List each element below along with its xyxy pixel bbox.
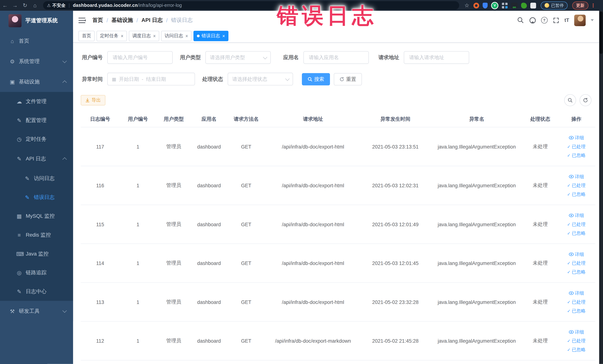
mark-processed-link[interactable]: ✓ 已处理 <box>567 182 586 188</box>
browser-reload-button[interactable]: ↻ <box>20 2 30 8</box>
request-url-input[interactable] <box>404 51 469 64</box>
filter-row-2: 异常时间 ▦ 开始日期 - 结束日期 处理状态 请选择处理状态 搜索 <box>81 73 591 85</box>
sidebar-item-infra[interactable]: ▣ 基础设施 <box>0 71 73 92</box>
mark-processed-link[interactable]: ✓ 已处理 <box>567 260 586 266</box>
extension-on-switch-icon[interactable]: on <box>511 2 518 8</box>
user-type-select[interactable]: 请选择用户类型 <box>205 51 271 64</box>
font-size-icon[interactable]: tT <box>564 17 569 23</box>
sidebar-item-access-log[interactable]: ✎ 访问日志 <box>0 169 73 188</box>
extensions-puzzle-icon[interactable] <box>530 2 536 8</box>
bookmark-star-icon[interactable]: ☆ <box>464 2 470 8</box>
detail-link[interactable]: 详细 <box>569 329 584 335</box>
scrollbar-thumb[interactable] <box>600 12 603 54</box>
detail-link[interactable]: 详细 <box>569 212 584 219</box>
refresh-button[interactable] <box>580 94 591 106</box>
process-status-select[interactable]: 请选择处理状态 <box>228 73 293 85</box>
request-url-field[interactable] <box>408 54 464 61</box>
request-url-label: 请求地址 <box>377 54 399 61</box>
browser-back-button[interactable]: ← <box>0 2 10 8</box>
sidebar-item-mysql-monitor[interactable]: ▦ MySQL 监控 <box>0 207 73 225</box>
sidebar-item-file-manage[interactable]: ☁ 文件管理 <box>0 92 73 111</box>
app-name-input[interactable] <box>303 51 369 64</box>
tab-close-icon[interactable]: × <box>153 33 156 39</box>
fullscreen-icon[interactable] <box>553 17 559 23</box>
request-url-cell: /api/infra/db-doc/export-html <box>282 221 344 227</box>
tab-close-icon[interactable]: × <box>222 33 225 39</box>
sidebar-toggle-icon[interactable] <box>78 17 85 23</box>
security-label[interactable]: 不安全 <box>52 2 66 8</box>
mark-processed-link[interactable]: ✓ 已处理 <box>567 299 586 305</box>
page-scrollbar[interactable] <box>599 11 603 364</box>
paused-badge[interactable]: 已暂停 <box>541 1 568 10</box>
browser-home-button[interactable]: ⌂ <box>30 2 40 8</box>
sidebar-item-scheduled-job[interactable]: ◷ 定时任务 <box>0 130 73 149</box>
update-button[interactable]: 更新 <box>572 1 588 10</box>
tab-home[interactable]: 首页 <box>78 31 94 41</box>
mark-ignored-link[interactable]: ✓ 已忽略 <box>567 269 586 275</box>
user-id-field[interactable] <box>112 54 168 61</box>
extension-grid-icon[interactable] <box>502 2 508 8</box>
mark-ignored-link[interactable]: ✓ 已忽略 <box>567 191 586 198</box>
mark-ignored-link[interactable]: ✓ 已忽略 <box>567 346 586 353</box>
extension-plant-icon[interactable] <box>521 2 527 8</box>
browser-menu-icon[interactable]: ⋮ <box>591 2 596 8</box>
sidebar-item-error-log[interactable]: ✎ 错误日志 <box>0 188 73 207</box>
sidebar-item-java-monitor[interactable]: ⌨ Java 监控 <box>0 244 73 263</box>
github-icon[interactable] <box>529 17 536 23</box>
avatar[interactable] <box>574 14 586 26</box>
user-id-input[interactable] <box>107 51 173 64</box>
tab-scheduled-job[interactable]: 定时任务 × <box>97 31 127 41</box>
mark-processed-link[interactable]: ✓ 已处理 <box>567 338 586 344</box>
address-bar[interactable]: ⚠ 不安全 | dashboard.yudao.iocoder.cn /infr… <box>43 1 459 10</box>
tab-close-icon[interactable]: × <box>121 33 123 39</box>
breadcrumb-item[interactable]: 首页 <box>92 17 103 23</box>
breadcrumb-item[interactable]: 基础设施 <box>111 17 133 23</box>
user-menu-caret-icon[interactable] <box>591 19 594 23</box>
sidebar-item-api-log[interactable]: ✎ API 日志 <box>0 149 73 169</box>
tab-schedule-log[interactable]: 调度日志 × <box>129 31 159 41</box>
mark-ignored-link[interactable]: ✓ 已忽略 <box>567 152 586 159</box>
search-button[interactable]: 搜索 <box>302 73 330 85</box>
chevron-down-icon <box>62 308 67 312</box>
request-url-cell: /api/infra/db-doc/export-html <box>282 144 344 150</box>
extension-v-icon[interactable]: V <box>491 2 498 9</box>
reset-button[interactable]: 重置 <box>334 73 362 85</box>
tab-access-log[interactable]: 访问日志 × <box>161 31 191 41</box>
mark-ignored-link[interactable]: ✓ 已忽略 <box>567 230 586 236</box>
extension-icon-1[interactable] <box>474 2 479 8</box>
export-button[interactable]: 导出 <box>81 95 105 105</box>
search-icon[interactable] <box>517 17 524 23</box>
mark-processed-link[interactable]: ✓ 已处理 <box>567 143 586 150</box>
app-name-field[interactable] <box>308 54 364 61</box>
sidebar-item-home[interactable]: ⌂ 首页 <box>0 31 73 51</box>
mark-processed-label: 已处理 <box>572 260 586 266</box>
sidebar-item-trace[interactable]: ◎ 链路追踪 <box>0 263 73 282</box>
table-row: 114 1 管理员 dashboard GET /api/infra/db-do… <box>81 244 595 282</box>
exception-time-range-picker[interactable]: ▦ 开始日期 - 结束日期 <box>107 73 195 85</box>
mark-processed-label: 已处理 <box>572 338 586 344</box>
sidebar-item-redis-monitor[interactable]: ≡ Redis 监控 <box>0 225 73 244</box>
navbar-actions: ? tT <box>517 14 594 26</box>
detail-link[interactable]: 详细 <box>569 134 584 141</box>
tab-close-icon[interactable]: × <box>185 33 188 39</box>
detail-link-label: 详细 <box>575 329 584 335</box>
warning-icon: ⚠ <box>47 3 51 8</box>
sidebar-item-log-center[interactable]: ✎ 日志中心 <box>0 282 73 301</box>
extension-shield-icon[interactable] <box>483 2 488 8</box>
tab-error-log[interactable]: 错误日志 × <box>194 31 229 41</box>
app-logo[interactable]: 芋道管理系统 <box>0 11 73 31</box>
sidebar-item-dev-tools[interactable]: ⚒ 研发工具 <box>0 301 73 321</box>
detail-link[interactable]: 详细 <box>569 173 584 180</box>
log-id-cell: 113 <box>96 299 104 305</box>
mark-processed-link[interactable]: ✓ 已处理 <box>567 221 586 227</box>
breadcrumb-item[interactable]: API 日志 <box>141 17 163 23</box>
browser-forward-button[interactable]: → <box>10 2 20 8</box>
sidebar-item-system[interactable]: ⚙ 系统管理 <box>0 51 73 71</box>
update-button-label: 更新 <box>576 2 585 8</box>
sidebar-item-config-manage[interactable]: ✎ 配置管理 <box>0 111 73 130</box>
search-toggle-button[interactable] <box>564 94 576 106</box>
detail-link[interactable]: 详细 <box>569 251 584 258</box>
help-icon[interactable]: ? <box>541 17 547 23</box>
mark-ignored-link[interactable]: ✓ 已忽略 <box>567 308 586 314</box>
detail-link[interactable]: 详细 <box>569 290 584 296</box>
